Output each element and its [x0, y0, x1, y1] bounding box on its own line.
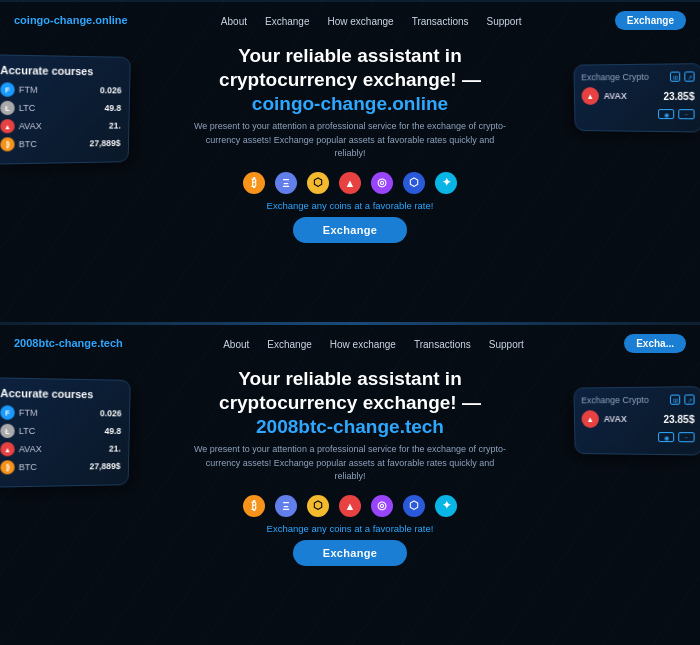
nav-about-2[interactable]: About	[223, 339, 249, 350]
sol-coin-icon-1: ◎	[371, 172, 393, 194]
hero-1: Your reliable assistant incryptocurrency…	[0, 38, 700, 165]
nav-about-1[interactable]: About	[221, 16, 247, 27]
nav-support-2[interactable]: Support	[489, 339, 524, 350]
exchange-tagline-2: Exchange any coins at a favorable rate!	[0, 523, 700, 534]
section-2: Accurate courses F FTM 0.026 Ł LTC 49.8 …	[0, 325, 700, 645]
hero-headline-2: Your reliable assistant incryptocurrency…	[80, 367, 620, 438]
xlm-coin-icon-1: ✦	[435, 172, 457, 194]
nav-links-2: About Exchange How exchange Transactions…	[223, 334, 524, 352]
nav-support-1[interactable]: Support	[487, 16, 522, 27]
nav-how-exchange-1[interactable]: How exchange	[327, 16, 393, 27]
bnb-coin-icon-2: ⬡	[307, 495, 329, 517]
nav-exchange-1[interactable]: Exchange	[265, 16, 309, 27]
hero-headline-1: Your reliable assistant incryptocurrency…	[80, 44, 620, 115]
eth-coin-icon-1: Ξ	[275, 172, 297, 194]
eth-coin-icon-2: Ξ	[275, 495, 297, 517]
hero-brand-1: coingo-change.online	[252, 93, 448, 114]
exchange-tagline-1: Exchange any coins at a favorable rate!	[0, 200, 700, 211]
avax-coin-icon-1: ▲	[339, 172, 361, 194]
nav-transactions-2[interactable]: Transactions	[414, 339, 471, 350]
navbar-2: 2008btc-change.tech About Exchange How e…	[0, 325, 700, 361]
navbar-1: coingo-change.online About Exchange How …	[0, 2, 700, 38]
hero-2: Your reliable assistant incryptocurrency…	[0, 361, 700, 488]
hero-body-1: We present to your attention a professio…	[190, 120, 510, 161]
site-logo-2: 2008btc-change.tech	[14, 337, 123, 349]
section-1: Accurate courses F FTM 0.026 Ł LTC 49.8 …	[0, 0, 700, 322]
sol-coin-icon-2: ◎	[371, 495, 393, 517]
nav-links-1: About Exchange How exchange Transactions…	[221, 11, 522, 29]
exchange-btn-wrap-1: Exchange	[0, 217, 700, 243]
link-coin-icon-1: ⬡	[403, 172, 425, 194]
exchange-button-1[interactable]: Exchange	[293, 217, 407, 243]
btc-coin-icon-2: ₿	[243, 495, 265, 517]
hero-brand-2: 2008btc-change.tech	[256, 416, 444, 437]
coin-row-1: ₿ Ξ ⬡ ▲ ◎ ⬡ ✦	[0, 172, 700, 194]
coin-row-2: ₿ Ξ ⬡ ▲ ◎ ⬡ ✦	[0, 495, 700, 517]
nav-how-exchange-2[interactable]: How exchange	[330, 339, 396, 350]
bnb-coin-icon-1: ⬡	[307, 172, 329, 194]
btc-coin-icon-1: ₿	[243, 172, 265, 194]
exchange-button-2[interactable]: Exchange	[293, 540, 407, 566]
site-logo-1: coingo-change.online	[14, 14, 128, 26]
nav-exchange-2[interactable]: Exchange	[267, 339, 311, 350]
xlm-coin-icon-2: ✦	[435, 495, 457, 517]
nav-cta-button-1[interactable]: Exchange	[615, 11, 686, 30]
avax-coin-icon-2: ▲	[339, 495, 361, 517]
exchange-btn-wrap-2: Exchange	[0, 540, 700, 566]
hero-body-2: We present to your attention a professio…	[190, 443, 510, 484]
nav-cta-button-2[interactable]: Excha...	[624, 334, 686, 353]
link-coin-icon-2: ⬡	[403, 495, 425, 517]
nav-transactions-1[interactable]: Transactions	[412, 16, 469, 27]
